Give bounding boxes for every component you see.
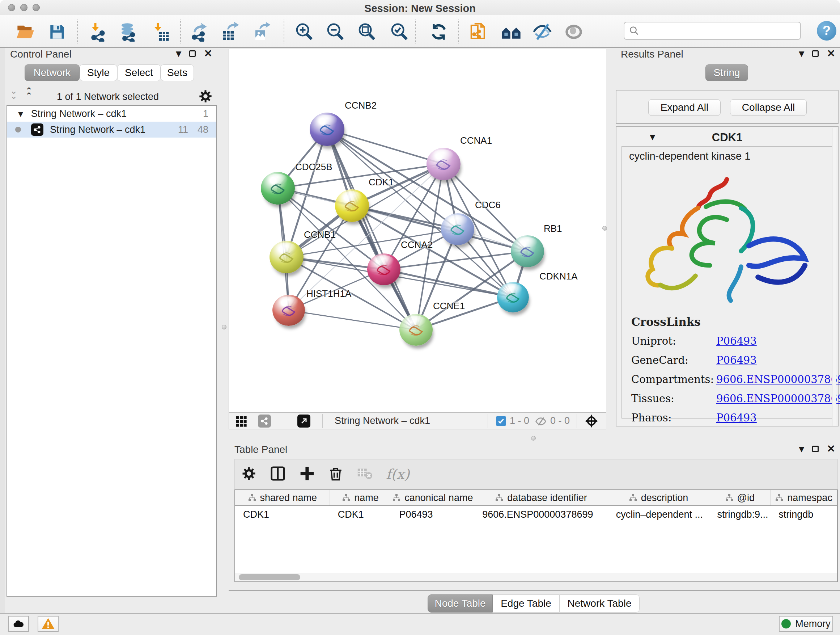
close-panel-icon[interactable]: ✕ <box>827 49 835 59</box>
close-panel-icon[interactable]: ✕ <box>204 49 212 59</box>
table-row[interactable]: CDK1CDK1P064939606.ENSP00000378699cyclin… <box>235 506 837 523</box>
select-columns-icon[interactable] <box>270 465 286 483</box>
save-session-icon[interactable] <box>47 22 67 42</box>
tab-network[interactable]: Network <box>25 65 80 81</box>
tab-network-table[interactable]: Network Table <box>559 594 639 613</box>
collapse-panel-icon[interactable]: ▼ <box>799 49 804 58</box>
export-image-icon[interactable] <box>252 22 272 42</box>
network-node-ccnb1[interactable] <box>270 241 303 273</box>
first-neighbors-icon[interactable] <box>501 22 521 42</box>
import-network-file-icon[interactable] <box>88 22 108 42</box>
network-edge[interactable] <box>327 129 416 330</box>
tab-node-table[interactable]: Node Table <box>428 594 493 613</box>
birdseye-view-icon[interactable] <box>297 415 310 428</box>
column-header-2[interactable]: name <box>330 490 392 505</box>
hide-selected-eye-slash-icon[interactable] <box>532 22 553 42</box>
float-panel-icon[interactable] <box>189 50 196 57</box>
selected-checkbox-icon[interactable] <box>496 416 506 426</box>
column-header-5[interactable]: description <box>608 490 709 505</box>
crosslink-link[interactable]: 9606.ENSP00000378699 <box>716 373 840 386</box>
network-node-ccna2[interactable] <box>367 253 401 285</box>
float-panel-icon[interactable] <box>812 50 819 57</box>
show-all-eye-icon[interactable] <box>564 22 584 42</box>
import-network-database-icon[interactable] <box>118 22 138 42</box>
network-canvas[interactable]: CCNB2CCNA1CDC25BCDK1CDC6RB1CCNB1CCNA2CDK… <box>229 49 606 412</box>
tab-sets[interactable]: Sets <box>161 65 194 81</box>
zoom-in-icon[interactable] <box>294 22 314 42</box>
warnings-button[interactable] <box>38 616 58 632</box>
add-column-icon[interactable] <box>299 466 315 483</box>
expand-all-button[interactable]: Expand All <box>648 99 721 116</box>
export-network-icon[interactable] <box>189 22 210 42</box>
results-scrollbar[interactable] <box>832 128 836 426</box>
new-network-from-file-icon[interactable] <box>469 22 489 42</box>
crosslink-link[interactable]: P06493 <box>716 335 757 347</box>
table-horizontal-scrollbar[interactable] <box>235 573 837 581</box>
table-settings-gear-icon[interactable] <box>241 466 256 483</box>
protein-thumbnail <box>399 314 433 346</box>
network-share-view-icon[interactable] <box>258 415 271 428</box>
tree-expander-icon[interactable]: ▼ <box>18 110 23 118</box>
table-cell[interactable]: stringdb <box>771 506 837 523</box>
export-table-icon[interactable] <box>220 22 240 42</box>
table-cell[interactable]: P06493 <box>391 506 474 523</box>
function-builder-icon[interactable]: f(x) <box>386 466 409 482</box>
network-node-cdc25b[interactable] <box>261 172 295 204</box>
crosslink-link[interactable]: P06493 <box>716 412 757 424</box>
crosshair-pan-icon[interactable] <box>584 414 599 430</box>
tab-string[interactable]: String <box>706 65 748 81</box>
delete-column-icon[interactable] <box>328 466 343 483</box>
memory-button[interactable]: Memory <box>779 616 833 632</box>
tab-style[interactable]: Style <box>80 65 117 81</box>
scrollbar-thumb[interactable] <box>239 574 300 580</box>
open-session-icon[interactable] <box>15 22 35 42</box>
refresh-icon[interactable] <box>429 22 449 42</box>
network-node-cdc6[interactable] <box>441 213 474 245</box>
zoom-out-icon[interactable] <box>325 22 345 42</box>
network-node-ccna1[interactable] <box>426 148 461 180</box>
grid-view-icon[interactable] <box>235 416 247 429</box>
crosslink-link[interactable]: P06493 <box>716 354 757 366</box>
network-node-hist1h1a[interactable] <box>272 295 305 326</box>
network-options-gear-icon[interactable] <box>198 89 213 105</box>
network-edge[interactable] <box>289 310 416 330</box>
close-panel-icon[interactable]: ✕ <box>827 444 835 454</box>
import-table-file-icon[interactable] <box>150 22 171 42</box>
zoom-fit-icon[interactable] <box>356 22 377 42</box>
network-node-ccnb2[interactable] <box>309 112 344 146</box>
table-cell[interactable]: stringdb:9... <box>709 506 771 523</box>
collapse-panel-icon[interactable]: ▼ <box>176 49 181 58</box>
network-node-ccne1[interactable] <box>399 314 433 346</box>
search-input[interactable] <box>639 25 800 37</box>
delete-table-icon[interactable] <box>356 465 373 483</box>
float-panel-icon[interactable] <box>812 446 819 452</box>
zoom-selected-icon[interactable] <box>389 22 409 42</box>
table-cell[interactable]: CDK1 <box>330 506 392 523</box>
network-tree-root-row[interactable]: ▼ String Network – cdk1 1 <box>7 106 216 122</box>
horizontal-splitter-handle[interactable] <box>531 436 536 440</box>
cloud-status-button[interactable] <box>8 616 29 632</box>
column-header-4[interactable]: database identifier <box>474 490 608 505</box>
column-header-7[interactable]: namespac <box>771 490 837 505</box>
toolbar-search-field[interactable] <box>624 22 801 40</box>
network-tree-row-selected[interactable]: String Network – cdk1 11 48 <box>7 122 216 138</box>
tab-edge-table[interactable]: Edge Table <box>493 594 559 613</box>
network-node-cdkn1a[interactable] <box>497 282 529 312</box>
protein-result-card: ▼ CDK1 cyclin-dependent kinase 1 <box>616 126 838 426</box>
network-edge[interactable] <box>327 129 444 164</box>
network-node-cdk1[interactable] <box>335 189 369 222</box>
collapse-all-button[interactable]: Collapse All <box>730 99 807 116</box>
help-button[interactable]: ? <box>817 21 836 41</box>
table-cell[interactable]: cyclin–dependent ... <box>608 506 709 523</box>
network-node-rb1[interactable] <box>511 235 544 267</box>
table-cell[interactable]: 9606.ENSP00000378699 <box>474 506 608 523</box>
column-header-3[interactable]: canonical name <box>391 490 474 505</box>
collapse-panel-icon[interactable]: ▼ <box>799 445 804 453</box>
column-header-6[interactable]: @id <box>709 490 771 505</box>
column-header-1[interactable]: shared name <box>235 490 330 505</box>
right-splitter-handle[interactable] <box>602 226 607 231</box>
crosslink-link[interactable]: 9606.ENSP00000378699 <box>716 393 840 405</box>
left-splitter-handle[interactable] <box>222 325 226 329</box>
tab-select[interactable]: Select <box>117 65 161 81</box>
table-cell[interactable]: CDK1 <box>235 506 330 523</box>
